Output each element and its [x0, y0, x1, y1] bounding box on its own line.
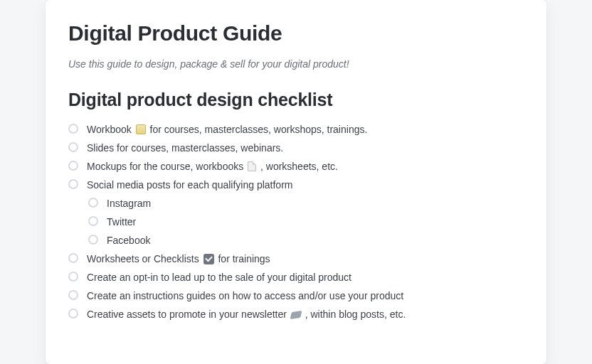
- checklist-item: Creative assets to promote in your newsl…: [68, 305, 524, 323]
- checklist-item-text: Creative assets to promote in your newsl…: [87, 307, 524, 321]
- checklist-item-text: Instagram: [107, 196, 524, 210]
- checklist-item-text: Social media posts for each qualifying p…: [87, 178, 524, 192]
- radio-icon[interactable]: [68, 179, 78, 189]
- checklist-item: Facebook: [88, 231, 524, 250]
- radio-icon[interactable]: [68, 253, 78, 263]
- sub-checklist: InstagramTwitterFacebook: [88, 194, 524, 250]
- check-icon: [204, 254, 214, 264]
- checklist-item-text: Twitter: [107, 215, 524, 229]
- checklist-item: Social media posts for each qualifying p…: [68, 176, 524, 194]
- checklist-item: Create an instructions guides on how to …: [68, 287, 524, 305]
- checklist-item-text: Create an instructions guides on how to …: [87, 289, 524, 303]
- radio-icon[interactable]: [68, 142, 78, 152]
- checklist-item-text: Facebook: [107, 233, 524, 247]
- radio-icon[interactable]: [68, 290, 78, 300]
- checklist-item-text: Worksheets or Checklists for trainings: [87, 252, 524, 266]
- checklist-item: Workbook for courses, masterclasses, wor…: [68, 120, 524, 139]
- checklist-item: Slides for courses, masterclasses, webin…: [68, 139, 524, 157]
- checklist-item-text: Mockups for the course, workbooks , work…: [87, 159, 524, 173]
- section-heading: Digital product design checklist: [68, 90, 524, 110]
- doc-icon: [248, 161, 256, 171]
- radio-icon[interactable]: [68, 124, 78, 134]
- checklist-item: Twitter: [88, 213, 524, 231]
- checklist-item: Instagram: [88, 194, 524, 213]
- checklist-item-text: Slides for courses, masterclasses, webin…: [87, 141, 524, 155]
- radio-icon[interactable]: [88, 216, 98, 226]
- page-subtitle: Use this guide to design, package & sell…: [68, 58, 524, 70]
- checklist-item-text: Workbook for courses, masterclasses, wor…: [87, 122, 524, 136]
- checklist-item: Worksheets or Checklists for trainings: [68, 250, 524, 268]
- checklist-item-text: Create an opt-in to lead up to the sale …: [87, 270, 524, 284]
- checklist-item: Mockups for the course, workbooks , work…: [68, 157, 524, 176]
- document-page: Digital Product Guide Use this guide to …: [46, 0, 546, 364]
- checklist: Workbook for courses, masterclasses, wor…: [68, 120, 524, 323]
- checklist-subgroup: InstagramTwitterFacebook: [68, 194, 524, 250]
- tag-icon: [290, 311, 302, 319]
- radio-icon[interactable]: [68, 272, 78, 282]
- radio-icon[interactable]: [88, 235, 98, 245]
- checklist-item: Create an opt-in to lead up to the sale …: [68, 268, 524, 287]
- clipboard-icon: [136, 124, 146, 134]
- radio-icon[interactable]: [68, 161, 78, 171]
- radio-icon[interactable]: [68, 309, 78, 318]
- radio-icon[interactable]: [88, 198, 98, 208]
- page-title: Digital Product Guide: [68, 21, 524, 46]
